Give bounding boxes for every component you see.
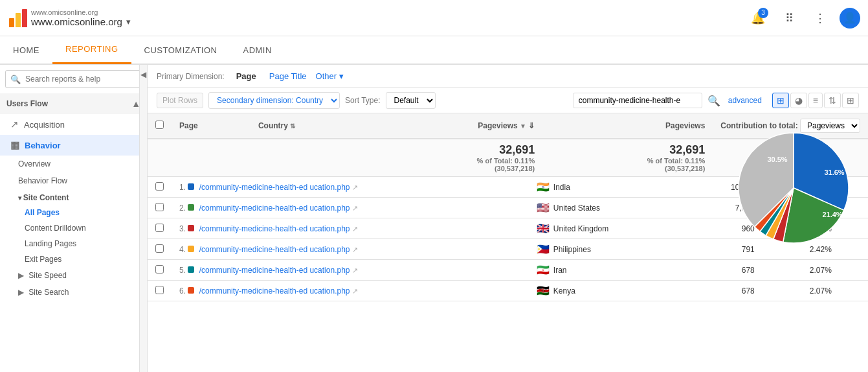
user-avatar[interactable]: 👤 [840,8,860,29]
sidebar-item-landing-pages[interactable]: Landing Pages [0,236,147,251]
sidebar-item-overview[interactable]: Overview [0,156,147,172]
country-sort-arrow[interactable]: ⇅ [290,122,295,130]
row-page-link[interactable]: /community-medicine-health-ed ucation.ph… [199,203,350,213]
row-checkbox-cell [148,260,172,281]
nav-reporting[interactable]: REPORTING [52,36,131,64]
search-filter-button[interactable]: 🔍 [707,95,720,107]
row-number: 5. [179,266,186,275]
notification-button[interactable]: 🔔 3 [746,6,770,30]
advanced-link[interactable]: advanced [728,96,762,105]
top-bar: www.omicsonline.org www.omicsonline.org … [0,0,868,36]
total-page-cell [172,139,250,177]
pie-label: 30.5% [767,156,787,163]
dim-option-other[interactable]: Other ▾ [316,71,344,81]
more-options-button[interactable]: ⋮ [808,6,832,30]
dim-option-page[interactable]: Page [232,70,260,82]
view-grid-button[interactable]: ⊞ [772,93,789,108]
row-flag: 🇬🇧 [537,222,550,235]
row-country-name: Kenya [553,286,575,296]
table-row: 6. /community-medicine-health-ed ucation… [148,281,868,301]
behavior-label: Behavior [25,141,61,150]
table-with-chart: Page Country ⇅ Pageviews ▼ ⇓ Pageviews [148,113,868,301]
sidebar-item-all-pages[interactable]: All Pages [0,205,147,220]
sidebar-item-behavior[interactable]: ▦ Behavior [0,135,147,156]
th-checkbox [148,113,172,139]
row-checkbox-cell [148,281,172,301]
sidebar-group-site-content[interactable]: Site Content [0,189,147,205]
row-checkbox[interactable] [155,182,164,191]
sidebar-collapse-handle[interactable]: ◀ [139,65,147,372]
sort-type-select[interactable]: Default [386,92,436,109]
row-country-cell: 🇺🇸 United States [529,198,690,218]
row-country-name: United Kingdom [553,224,608,233]
row-page-cell: 6. /community-medicine-health-ed ucation… [172,281,529,301]
total-country-cell [250,139,372,177]
view-pivot-button[interactable]: ⊞ [842,93,859,108]
search-input[interactable] [5,70,142,88]
row-page-link[interactable]: /community-medicine-health-ed ucation.ph… [199,245,350,254]
row-color-dot [188,287,194,294]
sidebar-item-site-speed[interactable]: ▶ Site Speed [0,267,147,284]
sidebar-item-exit-pages[interactable]: Exit Pages [0,251,147,267]
behavior-icon: ▦ [10,139,19,151]
primary-dimension-bar: Primary Dimension: Page Page Title Other… [148,65,868,88]
pageviews-sort-arrow[interactable]: ▼ [520,122,526,130]
row-checkbox[interactable] [155,224,164,232]
row-checkbox-cell [148,218,172,239]
sidebar-item-behavior-flow[interactable]: Behavior Flow [0,172,147,189]
total-checkbox-cell [148,139,172,177]
row-page-cell: 2. /community-medicine-health-ed ucation… [172,198,529,218]
row-country-name: Philippines [553,245,591,254]
nav-customization[interactable]: CUSTOMIZATION [131,36,230,64]
row-checkbox[interactable] [155,286,164,294]
row-page-link[interactable]: /community-medicine-health-ed ucation.ph… [199,266,350,275]
view-compare-button[interactable]: ⇅ [824,93,841,108]
view-pie-button[interactable]: ◕ [790,93,807,108]
secondary-dimension-select[interactable]: Secondary dimension: Country [208,92,340,109]
row-external-icon: ↗ [352,183,358,191]
row-external-icon: ↗ [352,266,358,274]
apps-button[interactable]: ⠿ [777,6,801,30]
nav-bar: HOME REPORTING CUSTOMIZATION ADMIN [0,36,868,65]
pageviews-filter-arrow[interactable]: ⇓ [528,121,535,130]
th-page: Page [172,113,250,139]
pie-label: 21.4% [822,211,842,218]
row-checkbox[interactable] [155,265,164,273]
sidebar-item-acquisition[interactable]: ↗ Acquisition [0,114,147,135]
search-filter-input[interactable] [573,93,702,108]
sort-type-label: Sort Type: [345,96,380,105]
select-all-checkbox[interactable] [155,121,164,129]
row-external-icon: ↗ [352,287,358,295]
sidebar-item-content-drilldown[interactable]: Content Drilldown [0,220,147,236]
site-speed-arrow: ▶ [18,271,24,280]
row-contribution-cell [840,260,868,281]
row-external-icon: ↗ [352,246,358,253]
sidebar-item-site-search[interactable]: ▶ Site Search [0,284,147,301]
row-flag: 🇰🇪 [537,285,550,297]
row-page-link[interactable]: /community-medicine-health-ed ucation.ph… [199,286,350,296]
site-url-large: www.omicsonline.org [31,16,122,27]
row-color-dot [188,225,194,231]
users-flow-label: Users Flow [6,99,48,108]
th-country: Country ⇅ [250,113,372,139]
dim-option-page-title[interactable]: Page Title [265,70,311,82]
nav-home[interactable]: HOME [0,36,52,64]
nav-admin[interactable]: ADMIN [230,36,284,64]
row-flag: 🇺🇸 [537,202,550,214]
row-checkbox-cell [148,198,172,218]
row-external-icon: ↗ [352,225,358,233]
plot-rows-button[interactable]: Plot Rows [157,93,203,108]
row-page-link[interactable]: /community-medicine-health-ed ucation.ph… [199,224,350,233]
row-country-cell: 🇮🇷 Iran [529,260,690,281]
row-page-link[interactable]: /community-medicine-health-ed ucation.ph… [199,183,350,192]
sidebar: 🔍 Users Flow ▲ ↗ Acquisition ▦ Behavior … [0,65,148,372]
toolbar-row: Plot Rows Secondary dimension: Country S… [148,88,868,113]
users-flow-header[interactable]: Users Flow ▲ [0,93,147,114]
site-dropdown-arrow[interactable]: ▾ [126,17,131,27]
row-country-cell: 🇮🇳 India [529,177,690,198]
row-checkbox[interactable] [155,244,164,253]
row-page-cell: 4. /community-medicine-health-ed ucation… [172,239,529,260]
row-checkbox[interactable] [155,203,164,211]
th-pageviews: Pageviews ▼ ⇓ [372,113,542,139]
view-list-button[interactable]: ≡ [808,93,823,108]
